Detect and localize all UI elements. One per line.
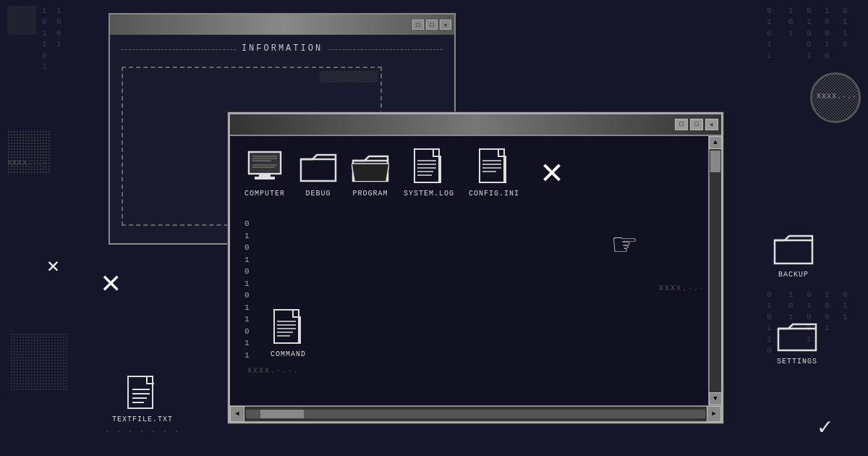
circle-text: XXXX.·.· xyxy=(817,93,857,101)
program-label: PROGRAM xyxy=(353,190,388,198)
config-label: CONFIG.INI xyxy=(469,190,519,198)
backup-label: BACKUP xyxy=(778,271,809,279)
settings-icon-container[interactable]: SETTINGS xyxy=(777,318,817,366)
command-icon xyxy=(270,308,307,346)
info-titlebar: □ □ ✕ xyxy=(110,14,454,35)
textfile-label: TEXTFILE.TXT xyxy=(112,415,173,423)
scroll-track-h xyxy=(246,410,705,418)
horizontal-scrollbar[interactable]: ◄ ► xyxy=(230,405,721,421)
svg-rect-25 xyxy=(274,310,299,343)
x-mark-small: ✕ xyxy=(47,257,59,277)
scroll-right-btn[interactable]: ► xyxy=(707,406,721,422)
backup-folder-icon xyxy=(773,232,814,266)
main-close-btn[interactable]: ✕ xyxy=(705,119,718,130)
debug-icon-item[interactable]: DEBUG xyxy=(299,148,337,198)
main-minimize-btn[interactable]: □ xyxy=(675,119,688,130)
info-maximize-btn[interactable]: □ xyxy=(426,20,438,30)
vertical-scrollbar[interactable]: ▲ ▼ xyxy=(708,136,721,405)
hand-cursor-icon: ☞ xyxy=(613,222,636,269)
config-icon-item[interactable]: CONFIG.INI xyxy=(469,148,519,198)
debug-folder-icon xyxy=(299,148,337,185)
info-close-btn[interactable]: ✕ xyxy=(440,20,451,30)
main-window: □ □ ✕ xyxy=(228,112,723,423)
settings-label: SETTINGS xyxy=(777,358,817,366)
scroll-left-btn[interactable]: ◄ xyxy=(230,406,244,422)
scroll-thumb-h xyxy=(260,410,304,418)
computer-icon-item[interactable]: COMPUTER xyxy=(244,148,285,198)
backup-icon-container[interactable]: BACKUP xyxy=(773,232,814,279)
info-header: INFORMATION xyxy=(122,46,443,61)
icons-area: COMPUTER DEBUG PR xyxy=(230,136,721,405)
dot-block-left xyxy=(7,130,51,174)
checker-decoration xyxy=(7,6,36,35)
info-checker-1 xyxy=(320,71,378,83)
program-icon-item[interactable]: PROGRAM xyxy=(352,148,389,198)
syslog-icon xyxy=(410,148,448,185)
x-mark-large: ✕ xyxy=(101,268,121,300)
dash-pattern-right: XXXX.·.· xyxy=(659,284,705,292)
check-decoration: ✓ xyxy=(818,413,832,442)
main-titlebar: □ □ ✕ xyxy=(230,114,721,136)
icon-row-1: COMPUTER DEBUG PR xyxy=(244,148,705,198)
window-x-mark: ✕ xyxy=(541,156,563,192)
svg-rect-14 xyxy=(414,149,439,182)
svg-rect-0 xyxy=(128,376,153,408)
main-maximize-btn[interactable]: □ xyxy=(690,119,703,130)
textfile-icon-container: TEXTFILE.TXT . . . . . . . xyxy=(105,375,180,434)
info-minimize-btn[interactable]: □ xyxy=(412,20,424,30)
syslog-label: SYSTEM.LOG xyxy=(404,190,454,198)
dot-block-left2 xyxy=(10,333,68,391)
svg-rect-20 xyxy=(480,149,504,182)
computer-icon xyxy=(246,148,284,185)
scroll-thumb-v xyxy=(710,151,720,172)
scroll-up-btn[interactable]: ▲ xyxy=(709,136,722,149)
icon-row-2: 010101011011 COMMAND xyxy=(244,215,705,361)
debug-label: DEBUG xyxy=(306,190,331,198)
dash-pattern-bottom: XXXX.·.·. xyxy=(244,367,705,375)
textfile-icon xyxy=(127,375,158,413)
program-folder-icon xyxy=(352,148,389,185)
settings-folder-icon xyxy=(777,318,817,353)
svg-rect-12 xyxy=(259,174,271,177)
config-icon xyxy=(475,148,513,185)
command-icon-item[interactable]: COMMAND xyxy=(270,308,307,358)
dash-left: XXXX.·.· xyxy=(7,159,48,167)
info-title-label: INFORMATION xyxy=(236,43,328,54)
scroll-down-btn[interactable]: ▼ xyxy=(709,392,722,405)
main-content: COMPUTER DEBUG PR xyxy=(230,136,721,405)
scroll-track-v xyxy=(710,149,721,392)
syslog-icon-item[interactable]: SYSTEM.LOG xyxy=(404,148,454,198)
textfile-dots: . . . . . . . xyxy=(105,426,180,434)
svg-rect-13 xyxy=(255,177,275,180)
binary-col: 010101011011 xyxy=(244,215,250,361)
command-label: COMMAND xyxy=(271,350,306,358)
computer-label: COMPUTER xyxy=(244,190,285,198)
binary-column-area: 010101011011 xyxy=(244,215,250,361)
